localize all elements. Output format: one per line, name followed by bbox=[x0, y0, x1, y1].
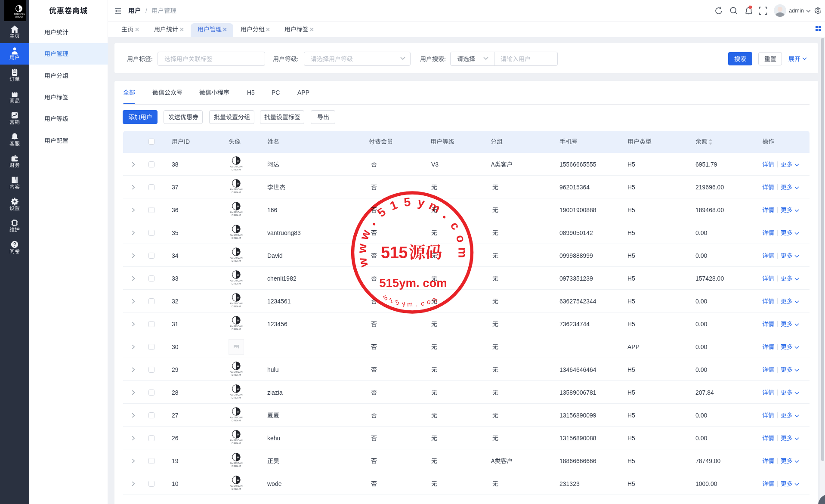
svg-text:AMERICAN: AMERICAN bbox=[230, 325, 243, 328]
svg-text:DREAM: DREAM bbox=[15, 16, 24, 18]
svg-text:A: A bbox=[237, 227, 240, 232]
svg-text:AMERICAN: AMERICAN bbox=[230, 462, 243, 464]
svg-text:A: A bbox=[237, 478, 240, 482]
svg-text:A: A bbox=[237, 273, 240, 277]
svg-text:A: A bbox=[237, 364, 240, 368]
svg-text:1: 1 bbox=[388, 296, 394, 304]
svg-text:DREAM: DREAM bbox=[232, 442, 241, 445]
svg-text:AMERICAN: AMERICAN bbox=[230, 257, 243, 259]
svg-text:5: 5 bbox=[375, 205, 388, 220]
svg-text:.: . bbox=[415, 300, 418, 308]
svg-text:c: c bbox=[448, 220, 463, 232]
svg-text:c: c bbox=[420, 299, 425, 307]
svg-text:m: m bbox=[407, 300, 413, 308]
svg-text:AMERICAN: AMERICAN bbox=[230, 439, 243, 442]
svg-text:DREAM: DREAM bbox=[232, 282, 241, 285]
svg-text:w: w bbox=[355, 257, 371, 269]
svg-text:DREAM: DREAM bbox=[232, 396, 241, 399]
svg-text:y: y bbox=[402, 300, 406, 307]
svg-text:DREAM: DREAM bbox=[232, 214, 241, 216]
svg-text:DREAM: DREAM bbox=[232, 168, 241, 171]
svg-text:A: A bbox=[237, 318, 240, 323]
svg-text:AMERICAN: AMERICAN bbox=[230, 371, 243, 373]
svg-text:A: A bbox=[237, 410, 240, 414]
svg-text:AMERICAN: AMERICAN bbox=[14, 13, 25, 15]
svg-text:A: A bbox=[237, 159, 240, 163]
svg-text:A: A bbox=[237, 433, 240, 437]
svg-text:o: o bbox=[453, 233, 468, 244]
svg-text:A: A bbox=[237, 387, 240, 391]
svg-text:m: m bbox=[456, 247, 469, 258]
svg-text:A: A bbox=[237, 204, 240, 209]
svg-text:DREAM: DREAM bbox=[232, 305, 241, 308]
svg-text:5: 5 bbox=[395, 298, 400, 306]
svg-text:w: w bbox=[355, 243, 369, 254]
svg-text:A: A bbox=[19, 7, 22, 11]
svg-text:AMERICAN: AMERICAN bbox=[230, 188, 243, 191]
svg-text:DREAM: DREAM bbox=[232, 419, 241, 422]
svg-text:AMERICAN: AMERICAN bbox=[230, 234, 243, 236]
svg-text:DREAM: DREAM bbox=[232, 374, 241, 376]
svg-text:DREAM: DREAM bbox=[232, 328, 241, 331]
svg-text:1: 1 bbox=[388, 198, 399, 213]
svg-text:DREAM: DREAM bbox=[232, 488, 241, 490]
svg-text:y: y bbox=[417, 195, 426, 210]
svg-text:5: 5 bbox=[403, 195, 411, 209]
svg-text:A: A bbox=[237, 182, 240, 186]
svg-text:A: A bbox=[237, 296, 240, 300]
svg-text:DREAM: DREAM bbox=[232, 465, 241, 467]
svg-text:AMERICAN: AMERICAN bbox=[230, 393, 243, 396]
svg-text:AMERICAN: AMERICAN bbox=[230, 165, 243, 168]
svg-text:AMERICAN: AMERICAN bbox=[230, 211, 243, 213]
svg-text:DREAM: DREAM bbox=[232, 191, 241, 194]
svg-text:DREAM: DREAM bbox=[232, 237, 241, 239]
svg-text:AMERICAN: AMERICAN bbox=[230, 302, 243, 305]
svg-text:515ym. com: 515ym. com bbox=[379, 276, 447, 290]
svg-text:AMERICAN: AMERICAN bbox=[230, 279, 243, 282]
svg-text:AMERICAN: AMERICAN bbox=[230, 485, 243, 487]
svg-text:m: m bbox=[431, 295, 439, 304]
svg-text:A: A bbox=[237, 455, 240, 460]
svg-text:A: A bbox=[237, 250, 240, 254]
svg-text:w: w bbox=[357, 228, 373, 242]
svg-text:AMERICAN: AMERICAN bbox=[230, 416, 243, 419]
svg-text:DREAM: DREAM bbox=[232, 260, 241, 262]
svg-text:515: 515 bbox=[381, 244, 408, 262]
